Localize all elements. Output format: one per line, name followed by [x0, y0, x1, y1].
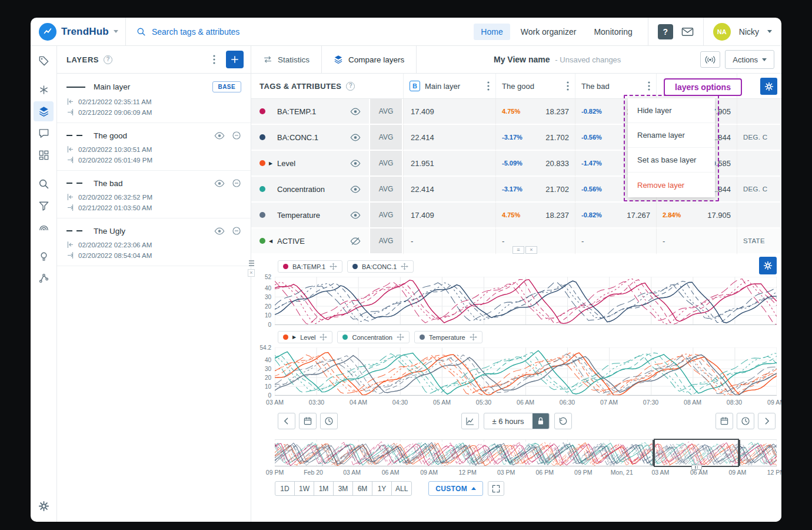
tag-cell[interactable]: ▶Level [251, 151, 369, 177]
main-layer-menu-button[interactable] [487, 81, 490, 91]
zoom-3m-button[interactable]: 3M [333, 481, 353, 496]
tag-cell[interactable]: BA:TEMP.1 [251, 99, 369, 125]
remove-layer-button[interactable] [232, 178, 241, 188]
move-icon[interactable] [330, 263, 337, 270]
menu-item-hide-layer[interactable]: Hide layer [628, 98, 715, 123]
nav-monitoring[interactable]: Monitoring [587, 24, 639, 40]
nav-home[interactable]: Home [474, 24, 510, 40]
visibility-toggle[interactable] [350, 134, 361, 141]
fullscreen-button[interactable] [488, 481, 504, 496]
selection-drag-handle[interactable] [691, 465, 702, 470]
rail-settings-button[interactable] [34, 496, 54, 516]
layer-item-bad[interactable]: The bad 02/20/2022 06:32:52 PM 02/21/202… [57, 171, 251, 218]
collapse-icon[interactable]: ◀ [269, 238, 274, 244]
close-icon[interactable]: × [248, 269, 255, 277]
visibility-toggle[interactable] [350, 108, 361, 115]
aggregation-cell[interactable]: AVG [369, 203, 403, 228]
rail-search-button[interactable] [34, 174, 54, 194]
rail-patterns-button[interactable] [34, 80, 54, 100]
rail-fingerprint-button[interactable] [34, 217, 54, 237]
rail-comments-button[interactable] [34, 123, 54, 143]
tab-statistics[interactable]: Statistics [251, 46, 321, 73]
menu-item-remove-layer[interactable]: Remove layer [628, 173, 715, 197]
chart-settings-button[interactable] [759, 257, 777, 274]
pan-left-button[interactable] [278, 413, 295, 429]
zoom-1d-button[interactable]: 1D [275, 481, 295, 496]
help-button[interactable]: ? [658, 24, 673, 39]
user-menu[interactable]: NA Nicky [704, 23, 781, 41]
legend-chip[interactable]: Concentration [337, 331, 410, 343]
layer-visibility-button[interactable] [214, 227, 225, 235]
upper-chart[interactable]: 52 40 30 20 10 0 [275, 277, 777, 325]
layers-panel-menu-button[interactable] [213, 55, 215, 64]
layer-visibility-button[interactable] [214, 180, 225, 187]
table-settings-button[interactable] [760, 78, 777, 95]
tag-cell[interactable]: Concentration [251, 177, 369, 203]
legend-chip[interactable]: ▶Level [278, 331, 332, 343]
aggregation-cell[interactable]: AVG [369, 125, 403, 151]
visibility-toggle[interactable] [350, 160, 361, 167]
legend-chip[interactable]: Temperature [414, 331, 482, 343]
bad-layer-menu-button[interactable] [648, 81, 650, 91]
chart-list-scrollbar[interactable]: × [247, 259, 255, 277]
legend-chip[interactable]: BA:CONC.1 [347, 260, 414, 273]
remove-layer-button[interactable] [232, 226, 241, 236]
aggregation-cell[interactable]: AVG [369, 151, 403, 177]
tag-cell[interactable]: Temperature [251, 203, 369, 228]
broadcast-button[interactable] [700, 51, 720, 68]
zoom-1w-button[interactable]: 1W [294, 481, 314, 496]
layer-item-ugly[interactable]: The Ugly 02/20/2022 02:23:06 AM 02/20/20… [57, 218, 251, 266]
layer-item-main[interactable]: Main layer BASE 02/21/2022 02:35:11 AM 0… [57, 74, 251, 123]
help-circle-icon[interactable]: ? [346, 82, 355, 91]
tag-cell[interactable]: ◀ACTIVE [251, 228, 369, 254]
good-layer-menu-button[interactable] [567, 81, 569, 91]
time-range-control[interactable]: ± 6 hours [483, 413, 549, 429]
search-input[interactable] [152, 27, 317, 37]
start-calendar-button[interactable] [299, 413, 317, 429]
visibility-toggle[interactable] [350, 186, 361, 193]
aggregation-cell[interactable]: AVG [369, 99, 403, 125]
add-layer-button[interactable] [226, 51, 244, 68]
history-button[interactable] [554, 413, 572, 429]
move-icon[interactable] [401, 263, 408, 270]
zoom-6m-button[interactable]: 6M [352, 481, 372, 496]
remove-layer-button[interactable] [232, 131, 241, 140]
zoom-1m-button[interactable]: 1M [314, 481, 334, 496]
time-selection-window[interactable] [654, 439, 739, 467]
expand-icon[interactable]: ▶ [292, 334, 296, 340]
messages-button[interactable] [681, 27, 694, 37]
end-time-button[interactable] [737, 413, 754, 429]
zoom-1y-button[interactable]: 1Y [372, 481, 392, 496]
move-icon[interactable] [397, 333, 404, 341]
brand[interactable]: TrendHub [31, 23, 125, 41]
upper-trend-plot[interactable] [275, 277, 777, 324]
pane-splitter[interactable]: ≡ × [513, 246, 537, 254]
tab-compare-layers[interactable]: Compare layers [321, 46, 417, 73]
menu-item-rename-layer[interactable]: Rename layer [628, 123, 715, 148]
splitter-handle-icon[interactable]: ≡ [513, 246, 524, 254]
layer-item-good[interactable]: The good 02/20/2022 10:30:51 AM 02/20/20… [57, 123, 251, 171]
aggregation-cell[interactable]: AVG [369, 228, 403, 254]
aggregation-cell[interactable]: AVG [369, 177, 403, 203]
start-time-button[interactable] [320, 413, 338, 429]
expand-icon[interactable]: ▶ [269, 161, 274, 166]
pan-right-button[interactable] [758, 413, 776, 429]
rail-ideas-button[interactable] [34, 246, 54, 266]
visibility-toggle[interactable] [350, 211, 361, 219]
trend-zoom-button[interactable] [461, 413, 478, 429]
layer-visibility-button[interactable] [214, 132, 225, 140]
actions-button[interactable]: Actions [725, 50, 774, 69]
move-icon[interactable] [320, 333, 327, 341]
rail-filter-button[interactable] [34, 196, 54, 216]
overview-strip[interactable] [275, 439, 777, 466]
menu-item-set-base-layer[interactable]: Set as base layer [628, 148, 715, 173]
zoom-all-button[interactable]: ALL [391, 481, 412, 496]
rail-tags-button[interactable] [34, 51, 54, 71]
custom-range-button[interactable]: CUSTOM [428, 481, 483, 496]
brand-chevron-down-icon[interactable] [114, 30, 118, 33]
splitter-close-icon[interactable]: × [525, 246, 537, 254]
end-calendar-button[interactable] [716, 413, 733, 429]
nav-work-organizer[interactable]: Work organizer [514, 24, 584, 40]
visibility-toggle[interactable] [350, 237, 361, 245]
rail-dashboards-button[interactable] [34, 145, 54, 165]
